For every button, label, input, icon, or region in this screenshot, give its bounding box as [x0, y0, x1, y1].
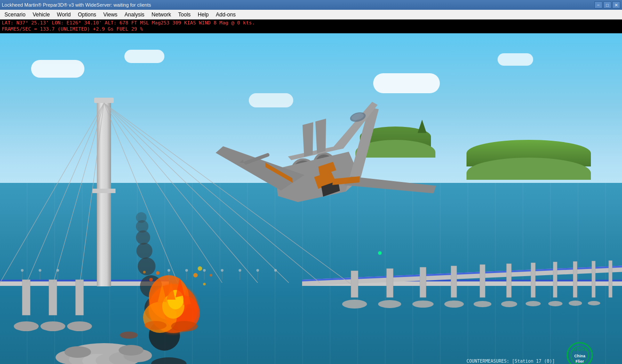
cloud-2 [124, 50, 164, 63]
cloud-4 [498, 53, 533, 66]
titlebar: Lockheed Martin® Prepar3D® v3 with WideS… [0, 0, 622, 10]
simulation-viewport: 飞行者联盟 China Flier COUNTERMEASURES: [Stat… [0, 33, 622, 364]
hud-line1: LAT: N37° 25.13' LON: E126° 34.10' ALT: … [2, 20, 620, 26]
water-surface [0, 183, 622, 364]
titlebar-controls[interactable]: − □ ✕ [594, 1, 620, 8]
menu-options[interactable]: Options [74, 11, 100, 19]
hud-line2: FRAMES/SEC = 133.7 (UNLIMITED) +2.9 Gs F… [2, 26, 620, 32]
maximize-button[interactable]: □ [603, 1, 611, 8]
island-center [355, 127, 435, 158]
menu-scenario[interactable]: Scenario [1, 11, 29, 19]
menu-vehicle[interactable]: Vehicle [29, 11, 53, 19]
cloud-1 [31, 60, 84, 78]
minimize-button[interactable]: − [594, 1, 602, 8]
menu-addons[interactable]: Add-ons [212, 11, 239, 19]
hud-bar: LAT: N37° 25.13' LON: E126° 34.10' ALT: … [0, 20, 622, 33]
menu-analysis[interactable]: Analysis [121, 11, 148, 19]
menubar: Scenario Vehicle World Options Views Ana… [0, 10, 622, 20]
cloud-5 [249, 93, 293, 107]
close-button[interactable]: ✕ [612, 1, 620, 8]
menu-network[interactable]: Network [148, 11, 175, 19]
cloud-3 [373, 73, 440, 93]
titlebar-title: Lockheed Martin® Prepar3D® v3 with WideS… [2, 2, 151, 8]
island-right-large [466, 140, 591, 180]
menu-help[interactable]: Help [194, 11, 212, 19]
menu-tools[interactable]: Tools [175, 11, 194, 19]
menu-world[interactable]: World [53, 11, 74, 19]
menu-views[interactable]: Views [100, 11, 121, 19]
